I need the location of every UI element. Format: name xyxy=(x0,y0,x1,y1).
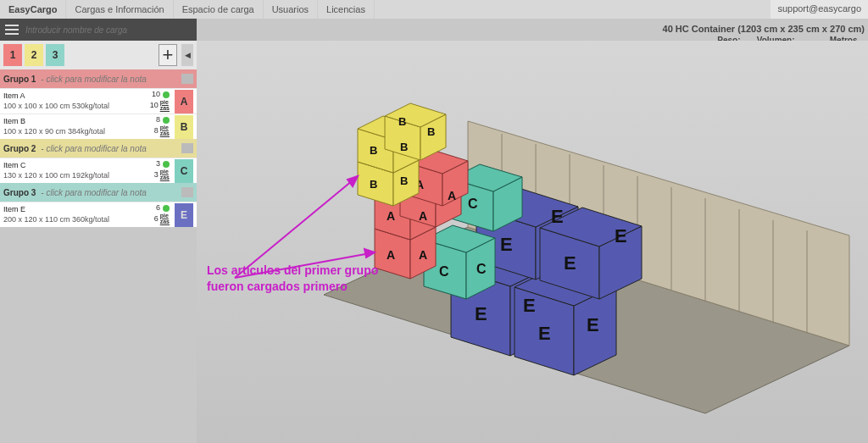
group-title: Grupo 1 xyxy=(3,75,36,84)
item-name: Item A xyxy=(3,91,150,101)
cube-icon[interactable] xyxy=(181,143,193,153)
collapse-sidebar-button[interactable]: ◀ xyxy=(181,44,193,66)
item-dimensions: 200 x 120 x 110 cm 360kg/total xyxy=(3,215,154,224)
container-title: 40 HC Container (1203 cm x 235 cm x 270 … xyxy=(663,24,865,34)
cube-icon[interactable] xyxy=(181,74,193,84)
group-tabs-row: 1 2 3 + ◀ xyxy=(0,41,197,69)
item-name: Item B xyxy=(3,117,154,126)
item-color-label[interactable]: B xyxy=(175,115,193,139)
svg-text:B: B xyxy=(427,125,435,138)
group-title: Grupo 3 xyxy=(3,188,36,197)
item-row[interactable]: Item B 100 x 120 x 90 cm 384kg/total 8 8… xyxy=(0,114,197,139)
svg-text:B: B xyxy=(370,144,377,157)
hamburger-icon[interactable] xyxy=(5,25,19,35)
svg-marker-75 xyxy=(364,249,375,257)
item-dimensions: 130 x 120 x 100 cm 192kg/total xyxy=(3,171,154,180)
group-header-2[interactable]: Grupo 2 - click para modificar la nota xyxy=(0,139,197,158)
group-header-3[interactable]: Grupo 3 - click para modificar la nota xyxy=(0,183,197,202)
svg-text:A: A xyxy=(387,209,395,223)
svg-text:E: E xyxy=(615,225,627,246)
group-tab-3[interactable]: 3 xyxy=(46,44,64,66)
menu-licencias[interactable]: Licencias xyxy=(318,0,375,19)
menu-cargas[interactable]: Cargas e Información xyxy=(66,0,173,19)
group-note[interactable]: - click para modificar la nota xyxy=(41,75,147,84)
svg-marker-73 xyxy=(348,176,358,186)
svg-text:A: A xyxy=(419,209,427,223)
item-color-label[interactable]: C xyxy=(175,159,193,183)
svg-text:E: E xyxy=(587,314,599,335)
svg-text:E: E xyxy=(538,323,551,344)
top-menu-bar: EasyCargo Cargas e Información Espacio d… xyxy=(0,0,868,19)
group-note[interactable]: - click para modificar la nota xyxy=(41,188,147,197)
svg-text:C: C xyxy=(439,264,449,279)
svg-text:B: B xyxy=(398,115,406,128)
status-dot-icon xyxy=(163,161,170,168)
item-quantity: 8 8piezas xyxy=(154,116,170,137)
svg-text:A: A xyxy=(448,189,456,202)
item-name: Item E xyxy=(3,205,154,214)
item-quantity: 3 3piezas xyxy=(154,160,170,181)
sidebar: 1 2 3 + ◀ Grupo 1 - click para modificar… xyxy=(0,41,197,227)
status-dot-icon xyxy=(163,91,170,98)
add-group-button[interactable]: + xyxy=(159,44,177,66)
item-color-label[interactable]: A xyxy=(175,90,193,114)
support-link[interactable]: support@easycargo xyxy=(771,0,868,19)
load-name-bar xyxy=(0,19,197,41)
item-color-label[interactable]: E xyxy=(175,203,193,227)
svg-text:B: B xyxy=(370,178,377,191)
group-header-1[interactable]: Grupo 1 - click para modificar la nota xyxy=(0,69,197,88)
annotation-text: Los artículos del primer grupo fueron ca… xyxy=(207,263,378,295)
svg-text:C: C xyxy=(476,262,487,276)
group-tab-1[interactable]: 1 xyxy=(3,44,22,66)
item-row[interactable]: Item A 100 x 100 x 100 cm 530kg/total 10… xyxy=(0,88,197,114)
item-quantity: 10 10piezas xyxy=(150,91,170,112)
item-row[interactable]: Item E 200 x 120 x 110 cm 360kg/total 6 … xyxy=(0,202,197,227)
load-name-input[interactable] xyxy=(25,25,192,35)
menu-usuarios[interactable]: Usuarios xyxy=(264,0,318,19)
item-dimensions: 100 x 120 x 90 cm 384kg/total xyxy=(3,127,154,136)
svg-text:A: A xyxy=(387,248,395,262)
svg-text:B: B xyxy=(400,174,408,187)
svg-text:B: B xyxy=(400,141,408,153)
group-title: Grupo 2 xyxy=(3,144,36,153)
status-dot-icon xyxy=(163,205,170,212)
svg-text:E: E xyxy=(551,206,564,227)
svg-text:E: E xyxy=(564,252,576,274)
viewport-3d[interactable]: EE EE EE EE CCC AA AA AA xyxy=(197,41,868,443)
menu-espacio[interactable]: Espacio de carga xyxy=(174,0,264,19)
svg-text:A: A xyxy=(419,248,427,262)
group-tab-2[interactable]: 2 xyxy=(25,44,43,66)
svg-text:E: E xyxy=(500,234,513,255)
cube-icon[interactable] xyxy=(181,187,193,197)
svg-text:C: C xyxy=(468,197,478,211)
status-dot-icon xyxy=(163,117,170,124)
group-note[interactable]: - click para modificar la nota xyxy=(41,144,147,153)
brand-label[interactable]: EasyCargo xyxy=(0,0,66,19)
item-name: Item C xyxy=(3,161,154,170)
item-quantity: 6 6piezas xyxy=(154,204,170,225)
item-row[interactable]: Item C 130 x 120 x 100 cm 192kg/total 3 … xyxy=(0,158,197,183)
svg-text:E: E xyxy=(475,303,487,324)
item-dimensions: 100 x 100 x 100 cm 530kg/total xyxy=(3,102,150,111)
svg-text:E: E xyxy=(523,295,536,316)
